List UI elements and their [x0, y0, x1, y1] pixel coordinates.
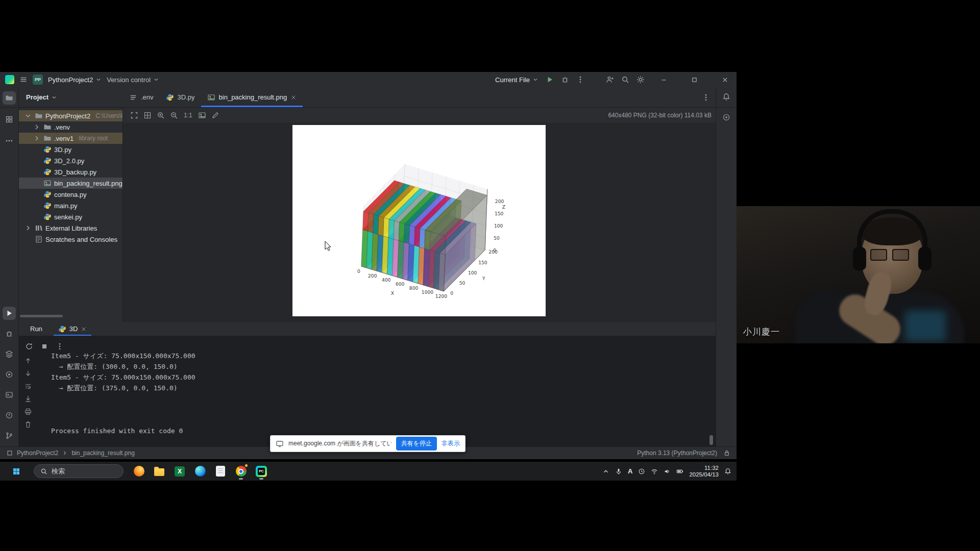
settings-icon[interactable]	[636, 76, 645, 84]
project-item-contena.py[interactable]: contena.py	[19, 189, 122, 200]
ai-assistant-icon[interactable]	[720, 111, 733, 124]
notification-bell-icon[interactable]	[724, 468, 731, 475]
print-icon[interactable]	[24, 408, 32, 416]
python-packages-icon[interactable]	[3, 347, 16, 361]
close-button[interactable]	[713, 72, 737, 87]
start-button[interactable]	[7, 462, 26, 481]
main-menu-icon[interactable]	[19, 76, 28, 84]
taskbar-app-edge[interactable]	[191, 462, 209, 480]
taskbar-clock[interactable]: 11:32 2025/04/13	[689, 465, 719, 478]
taskbar-app-pycharm[interactable]	[252, 462, 271, 480]
close-tab-icon[interactable]	[290, 94, 297, 101]
version-control-tool-icon[interactable]	[3, 429, 16, 442]
tab-bar: Project .env 3D.py bin_packing_result.pn…	[0, 87, 737, 108]
lock-icon[interactable]	[723, 449, 730, 457]
volume-icon[interactable]	[664, 468, 671, 475]
tab-env[interactable]: .env	[123, 87, 160, 107]
chevron-right-icon	[24, 224, 32, 232]
stop-sharing-button[interactable]: 共有を停止	[396, 437, 437, 450]
soft-wrap-icon[interactable]	[24, 382, 32, 390]
image-actions-icon[interactable]	[196, 109, 208, 121]
project-item-3d.py[interactable]: 3D.py	[19, 144, 122, 155]
meet-share-banner: meet.google.com が画面を共有しています。 共有を停止 非表示	[270, 435, 465, 452]
structure-tool-icon[interactable]	[3, 113, 16, 126]
external-editor-icon[interactable]	[209, 109, 222, 121]
hide-banner-link[interactable]: 非表示	[442, 439, 460, 448]
toggle-grid-icon[interactable]	[141, 109, 154, 121]
close-run-tab-icon[interactable]	[81, 326, 87, 332]
project-item-.venv[interactable]: .venv	[19, 121, 122, 133]
tab-options-icon[interactable]	[702, 93, 710, 102]
console-output[interactable]: Item5 - サイズ: 75.000x150.000x75.000 → 配置位…	[51, 350, 195, 436]
taskbar-search[interactable]: 検索	[34, 464, 124, 478]
run-config-selector[interactable]: Current File	[495, 76, 538, 84]
project-item-bin_packing_result.png[interactable]: bin_packing_result.png	[19, 178, 122, 189]
rerun-icon[interactable]	[23, 340, 35, 353]
breadcrumb-file[interactable]: bin_packing_result.png	[71, 449, 134, 457]
project-item-.venv1[interactable]: .venv1library root	[19, 133, 122, 144]
zoom-in-icon[interactable]	[155, 109, 167, 121]
project-item-3d_2.0.py[interactable]: 3D_2.0.py	[19, 155, 122, 166]
taskbar-app-chrome[interactable]	[232, 462, 250, 480]
minimize-button[interactable]	[652, 72, 675, 87]
prev-occurrence-icon[interactable]	[24, 357, 32, 365]
packing-plot: 0200400600800100012000501001502000501001…	[292, 125, 546, 316]
tab-bin-packing-result-png[interactable]: bin_packing_result.png	[201, 87, 303, 107]
tray-expand-icon[interactable]	[602, 468, 609, 475]
problems-tool-icon[interactable]	[3, 409, 16, 422]
ime-indicator[interactable]: A	[628, 467, 632, 475]
more-tools-icon[interactable]	[3, 134, 16, 147]
project-item-external libraries[interactable]: External Libraries	[19, 222, 122, 234]
console-scrollbar[interactable]	[709, 435, 713, 445]
project-item-scratches and consoles[interactable]: Scratches and Consoles	[19, 234, 122, 245]
taskbar-app-explorer[interactable]	[150, 462, 168, 480]
debug-tool-icon[interactable]	[3, 327, 16, 340]
project-item-senkei.py[interactable]: senkei.py	[19, 211, 122, 222]
zoom-level[interactable]: 1:1	[181, 112, 195, 119]
run-button[interactable]	[546, 76, 554, 84]
run-tool-icon[interactable]	[3, 307, 16, 320]
project-item-3d_backup.py[interactable]: 3D_backup.py	[19, 166, 122, 178]
project-tool-title: Project	[26, 93, 48, 101]
project-selector[interactable]: PythonProject2	[48, 76, 102, 84]
services-tool-icon[interactable]	[3, 368, 16, 381]
project-tool-icon[interactable]	[3, 91, 16, 105]
battery-icon[interactable]	[676, 468, 683, 475]
taskbar-app-excel[interactable]	[170, 462, 189, 480]
clear-console-icon[interactable]	[24, 420, 32, 429]
code-with-me-icon[interactable]	[606, 76, 614, 84]
scroll-to-end-icon[interactable]	[24, 395, 32, 403]
python-icon	[43, 168, 52, 176]
vcs-widget[interactable]: Version control	[107, 76, 159, 84]
taskbar-app-browser[interactable]	[130, 462, 148, 480]
debug-button[interactable]	[561, 76, 569, 84]
run-tool-window: Run 3D Item5 - サイズ: 75.000x1	[19, 322, 716, 446]
taskbar-app-notes[interactable]	[211, 462, 230, 480]
project-selector-label: PythonProject2	[48, 76, 93, 84]
wifi-icon[interactable]	[651, 468, 658, 475]
editor-tabs: .env 3D.py bin_packing_result.png	[123, 87, 303, 107]
terminal-tool-icon[interactable]	[3, 388, 16, 402]
project-item-main.py[interactable]: main.py	[19, 200, 122, 211]
chevron-right-icon	[33, 123, 41, 131]
notifications-bell-icon[interactable]	[720, 90, 733, 104]
search-everywhere-icon[interactable]	[621, 76, 629, 84]
tray-clock-icon[interactable]	[638, 468, 645, 475]
participant-name: 小川慶一	[743, 326, 780, 338]
maximize-button[interactable]	[682, 72, 706, 87]
next-occurrence-icon[interactable]	[24, 369, 32, 378]
zoom-out-icon[interactable]	[168, 109, 180, 121]
run-tab-3d[interactable]: 3D	[54, 322, 92, 336]
project-tool-header[interactable]: Project	[19, 87, 123, 107]
project-hscrollbar[interactable]	[20, 315, 63, 317]
project-item-pythonproject2[interactable]: PythonProject2C:\Users\kone	[19, 110, 122, 121]
interpreter-widget[interactable]: Python 3.13 (PythonProject2)	[637, 449, 717, 457]
more-actions-icon[interactable]	[576, 76, 584, 84]
stop-icon[interactable]	[38, 340, 51, 353]
fit-zoom-icon[interactable]	[128, 109, 140, 121]
tab-3d-py[interactable]: 3D.py	[160, 87, 201, 107]
breadcrumb-project[interactable]: PythonProject2	[17, 449, 58, 457]
window-layout-icon[interactable]	[6, 449, 13, 457]
vignette	[737, 206, 980, 343]
tray-mic-icon[interactable]	[615, 468, 622, 475]
